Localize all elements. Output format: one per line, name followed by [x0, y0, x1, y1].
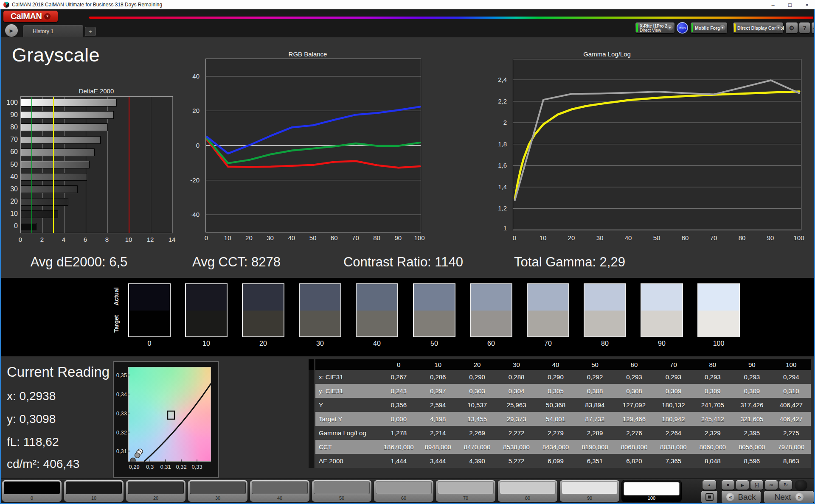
patch-window-button[interactable]	[701, 491, 717, 503]
loop-button[interactable]: ∞	[765, 480, 778, 490]
table-row-label: y: CIE31	[315, 387, 379, 395]
axis-tick-label: 70	[10, 136, 18, 143]
swatch-actual	[357, 284, 397, 311]
axis-tick-label: 100	[793, 234, 804, 241]
tab-history-1[interactable]: History 1	[23, 25, 83, 37]
settings-button[interactable]: ⚙	[786, 22, 798, 33]
axis-tick-label: 0,32	[116, 429, 127, 435]
refresh-icon: ↻	[784, 482, 788, 488]
table-cell: 2,395	[732, 429, 771, 437]
axis-tick-label: 0,34	[116, 391, 127, 397]
reading-cdm2: cd/m²: 406,43	[7, 457, 79, 471]
grayscale-swatch	[299, 283, 341, 337]
table-row: Gamma Log/Log1,2782,2142,2692,2722,2792,…	[315, 426, 811, 440]
workflow-expand-button[interactable]: ▶	[5, 24, 18, 37]
table-cell: 8,048	[693, 457, 732, 465]
gear-icon: ⚙	[789, 25, 795, 31]
gamma-chart-title: Gamma Log/Log	[583, 50, 631, 58]
calman-menu-button[interactable]: CalMAN ▼	[3, 11, 58, 22]
table-row-label: x: CIE31	[315, 373, 379, 381]
stat-contrast-ratio: Contrast Ratio: 1140	[343, 255, 463, 270]
table-cell: 8434,000	[536, 443, 575, 451]
step-icon: [-]	[755, 483, 759, 487]
axis-tick-label: 50	[10, 161, 18, 168]
table-cell: 6,820	[615, 457, 654, 465]
panel-up-button[interactable]: ▲	[703, 480, 716, 490]
deltae-bar	[21, 111, 114, 119]
table-cell: 0,292	[575, 373, 614, 381]
patch-button-0[interactable]: 0	[2, 480, 62, 502]
patch-button-20[interactable]: 20	[126, 480, 185, 502]
patch-button-70[interactable]: 70	[436, 480, 495, 502]
table-scrollbar[interactable]	[309, 359, 314, 468]
maximize-button[interactable]: □	[782, 0, 798, 9]
table-cell: 0,290	[458, 373, 497, 381]
play-icon: ▶	[741, 483, 744, 487]
patch-button-90[interactable]: 90	[560, 480, 619, 502]
axis-tick-label: 80	[739, 234, 746, 241]
grayscale-swatch	[242, 283, 284, 337]
table-cell: 1,278	[379, 429, 418, 437]
deltae-bar	[21, 123, 108, 131]
patch-button-100[interactable]: 100	[622, 480, 681, 502]
table-cell: 406,427	[772, 415, 811, 423]
patch-button-80[interactable]: 80	[498, 480, 557, 502]
stop-button[interactable]: ■	[722, 480, 734, 490]
meter-dropdown[interactable]: X-Rite i1Pro 2 Direct View ▼	[635, 22, 674, 33]
table-header-cell: 30	[497, 361, 536, 368]
display-control-dropdown[interactable]: Direct Display Control ▼	[733, 22, 783, 33]
patch-button-50[interactable]: 50	[312, 480, 371, 502]
step-button[interactable]: [-]	[750, 480, 763, 490]
back-button[interactable]: « Back	[722, 491, 761, 503]
play-button[interactable]: ▶	[736, 480, 749, 490]
gamma-y-axis: 2,42,221,81,61,41,21	[492, 59, 510, 230]
deltae-bar	[21, 173, 87, 181]
table-cell: 6,351	[575, 457, 614, 465]
table-cell: 8948,000	[418, 443, 457, 451]
rgb-chart-title: RGB Balance	[289, 50, 327, 58]
patch-button-40[interactable]: 40	[250, 480, 309, 502]
table-cell: 87,732	[575, 415, 614, 423]
source-name: Mobile Forge	[695, 25, 722, 31]
table-cell: 54,001	[536, 415, 575, 423]
swatch-target	[698, 311, 739, 337]
table-header-cell: 60	[615, 361, 654, 368]
table-cell: 2,275	[772, 429, 811, 437]
cie-y-axis: 0,350,340,330,320,31	[112, 367, 127, 462]
patch-button-10[interactable]: 10	[64, 480, 124, 502]
patch-swatch	[376, 482, 432, 494]
source-dropdown[interactable]: Mobile Forge ▼	[691, 22, 727, 33]
patch-level-label: 30	[188, 496, 247, 501]
next-button[interactable]: Next »	[764, 491, 814, 503]
table-cell: 321,605	[732, 415, 771, 423]
minimize-button[interactable]: –	[765, 0, 781, 9]
gamma-chart	[513, 59, 801, 230]
close-button[interactable]: ×	[799, 0, 815, 9]
refresh-button[interactable]: ↻	[779, 480, 792, 490]
table-cell: 8056,000	[732, 443, 771, 451]
patch-button-60[interactable]: 60	[374, 480, 433, 502]
help-button[interactable]: ?	[799, 22, 810, 33]
patch-button-30[interactable]: 30	[188, 480, 247, 502]
table-row-label: Gamma Log/Log	[315, 429, 379, 437]
stop-icon: ■	[727, 483, 729, 487]
table-cell: 0,308	[615, 387, 654, 395]
deltae-bar	[21, 185, 78, 193]
swatch-actual	[528, 284, 568, 311]
meter-count-badge[interactable]: 223	[677, 22, 688, 34]
axis-tick-label: 0,31	[116, 448, 127, 454]
rgb-balance-chart	[205, 59, 421, 232]
table-cell: 0,305	[536, 387, 575, 395]
table-row: ΔE 20001,4443,4444,3905,2726,0996,3516,8…	[315, 454, 811, 468]
swatch-level-label: 100	[713, 340, 725, 347]
measurement-table: 0102030405060708090100x: CIE310,2670,286…	[315, 359, 811, 468]
table-cell: 2,272	[497, 429, 536, 437]
table-cell: 2,289	[575, 429, 614, 437]
table-cell: 0,288	[497, 373, 536, 381]
table-cell: 18670,000	[379, 443, 418, 451]
add-tab-button[interactable]: +	[85, 27, 96, 36]
swatch-actual	[471, 284, 511, 311]
table-cell: 2,276	[615, 429, 654, 437]
axis-tick-label: 20	[192, 107, 200, 114]
table-cell: 0,293	[654, 373, 693, 381]
